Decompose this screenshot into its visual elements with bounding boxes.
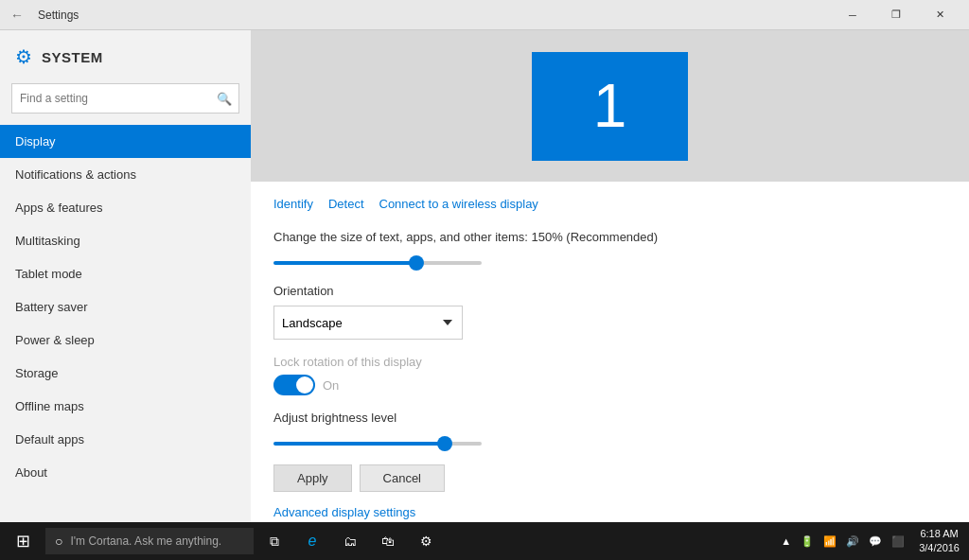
sidebar-item-display[interactable]: Display	[0, 125, 251, 158]
cancel-button[interactable]: Cancel	[360, 464, 445, 492]
lock-rotation-label: Lock rotation of this display	[273, 355, 946, 369]
monitor-number: 1	[593, 71, 627, 141]
advanced-display-link[interactable]: Advanced display settings	[273, 505, 415, 519]
lock-rotation-toggle[interactable]	[273, 375, 315, 395]
cortana-text: I'm Cortana. Ask me anything.	[70, 534, 221, 548]
battery-icon[interactable]: 🔋	[798, 535, 817, 548]
task-view-icon: ⧉	[270, 534, 279, 550]
sidebar-header: ⚙ SYSTEM	[0, 38, 251, 83]
sidebar-item-multitasking[interactable]: Multitasking	[0, 224, 251, 257]
minimize-button[interactable]: ─	[831, 0, 874, 30]
size-slider[interactable]	[273, 261, 482, 265]
monitor-screen: 1	[532, 52, 688, 161]
start-icon: ⊞	[16, 531, 30, 551]
maximize-button[interactable]: ❐	[874, 0, 918, 30]
lock-rotation-toggle-container: On	[273, 375, 946, 395]
sidebar-item-notifications[interactable]: Notifications & actions	[0, 158, 251, 191]
nav-list: DisplayNotifications & actionsApps & fea…	[0, 125, 251, 489]
search-icon: 🔍	[217, 92, 232, 106]
files-icon: 🗂	[344, 534, 357, 549]
taskbar-settings-button[interactable]: ⚙	[409, 522, 443, 560]
taskbar: ⊞ ○ I'm Cortana. Ask me anything. ⧉ e 🗂 …	[0, 522, 969, 560]
sidebar: ⚙ SYSTEM 🔍 DisplayNotifications & action…	[0, 30, 251, 522]
brightness-section: Adjust brightness level	[273, 411, 946, 449]
titlebar: ← Settings ─ ❐ ✕	[0, 0, 969, 30]
clock-time: 6:18 AM	[919, 527, 960, 541]
brightness-label: Adjust brightness level	[273, 411, 946, 425]
settings-content: Identify Detect Connect to a wireless di…	[251, 182, 969, 522]
task-view-button[interactable]: ⧉	[257, 522, 291, 560]
brightness-slider[interactable]	[273, 442, 482, 446]
edge-button[interactable]: e	[295, 522, 329, 560]
main-panel: 1 Identify Detect Connect to a wireless …	[251, 30, 969, 522]
system-tray: ▲ 🔋 📶 🔊 💬 ⬛	[778, 535, 907, 548]
titlebar-left: ← Settings	[8, 6, 79, 25]
back-button[interactable]: ←	[8, 6, 26, 25]
wireless-link[interactable]: Connect to a wireless display	[379, 197, 538, 211]
detect-link[interactable]: Detect	[328, 197, 364, 211]
sidebar-item-apps[interactable]: Apps & features	[0, 191, 251, 224]
size-section: Change the size of text, apps, and other…	[273, 230, 946, 269]
display-icon[interactable]: ⬛	[889, 535, 907, 548]
sidebar-item-power[interactable]: Power & sleep	[0, 324, 251, 357]
brightness-slider-container	[273, 432, 946, 449]
titlebar-title: Settings	[38, 9, 79, 22]
taskbar-left: ⊞ ○ I'm Cortana. Ask me anything. ⧉ e 🗂 …	[4, 522, 778, 560]
size-slider-container	[273, 252, 946, 269]
orientation-section: Orientation Landscape Portrait Landscape…	[273, 284, 946, 340]
cortana-icon: ○	[55, 534, 62, 549]
orientation-select[interactable]: Landscape Portrait Landscape (flipped) P…	[273, 306, 463, 340]
cortana-bar[interactable]: ○ I'm Cortana. Ask me anything.	[45, 528, 254, 554]
sidebar-item-about[interactable]: About	[0, 456, 251, 489]
store-button[interactable]: 🛍	[371, 522, 405, 560]
display-links: Identify Detect Connect to a wireless di…	[273, 197, 946, 211]
app-container: ⚙ SYSTEM 🔍 DisplayNotifications & action…	[0, 30, 969, 522]
size-label: Change the size of text, apps, and other…	[273, 230, 946, 244]
sidebar-item-default[interactable]: Default apps	[0, 423, 251, 456]
lock-rotation-section: Lock rotation of this display On	[273, 355, 946, 395]
volume-icon[interactable]: 🔊	[843, 535, 862, 548]
files-button[interactable]: 🗂	[333, 522, 367, 560]
start-button[interactable]: ⊞	[4, 522, 42, 560]
taskbar-clock[interactable]: 6:18 AM 3/4/2016	[913, 527, 965, 556]
identify-link[interactable]: Identify	[273, 197, 313, 211]
sidebar-item-offline[interactable]: Offline maps	[0, 390, 251, 423]
orientation-label: Orientation	[273, 284, 946, 298]
sidebar-item-storage[interactable]: Storage	[0, 357, 251, 390]
taskbar-right: ▲ 🔋 📶 🔊 💬 ⬛ 6:18 AM 3/4/2016	[778, 527, 965, 556]
lock-rotation-state: On	[323, 378, 339, 393]
network-icon[interactable]: 📶	[820, 535, 839, 548]
sidebar-item-battery[interactable]: Battery saver	[0, 290, 251, 324]
sidebar-title: SYSTEM	[42, 49, 103, 65]
sidebar-item-tablet[interactable]: Tablet mode	[0, 257, 251, 290]
edge-icon: e	[308, 533, 317, 550]
arrow-up-icon[interactable]: ▲	[778, 535, 794, 547]
window-controls: ─ ❐ ✕	[831, 0, 961, 30]
settings-gear-icon: ⚙	[15, 45, 32, 68]
monitor-preview: 1	[251, 30, 969, 182]
close-button[interactable]: ✕	[918, 0, 961, 30]
taskbar-settings-icon: ⚙	[420, 534, 432, 549]
message-icon[interactable]: 💬	[866, 535, 885, 548]
apply-button[interactable]: Apply	[273, 464, 352, 492]
search-container: 🔍	[11, 83, 239, 114]
clock-date: 3/4/2016	[919, 541, 960, 555]
search-input[interactable]	[11, 83, 239, 114]
button-row: Apply Cancel	[273, 464, 946, 492]
store-icon: 🛍	[381, 534, 395, 549]
